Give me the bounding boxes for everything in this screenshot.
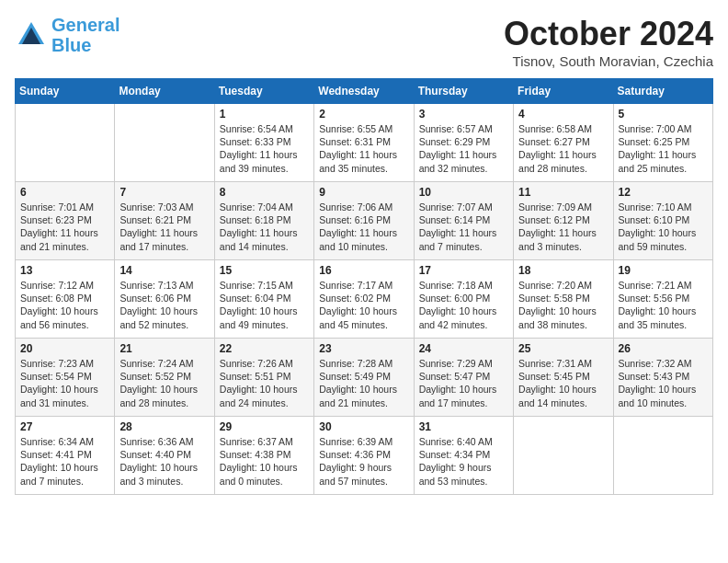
day-info: Sunrise: 6:40 AM Sunset: 4:34 PM Dayligh…	[419, 435, 508, 488]
day-info: Sunrise: 6:57 AM Sunset: 6:29 PM Dayligh…	[419, 122, 508, 175]
day-info: Sunrise: 7:06 AM Sunset: 6:16 PM Dayligh…	[319, 201, 408, 253]
calendar-cell: 26Sunrise: 7:32 AM Sunset: 5:43 PM Dayli…	[613, 339, 712, 417]
logo-icon	[15, 18, 48, 52]
calendar-cell: 15Sunrise: 7:15 AM Sunset: 6:04 PM Dayli…	[214, 260, 313, 339]
day-number: 15	[220, 264, 309, 277]
calendar-table: SundayMondayTuesdayWednesdayThursdayFrid…	[15, 78, 713, 495]
day-number: 1	[220, 108, 309, 121]
day-number: 29	[220, 420, 309, 433]
day-number: 21	[119, 342, 209, 355]
calendar-week-row: 20Sunrise: 7:23 AM Sunset: 5:54 PM Dayli…	[16, 339, 713, 417]
weekday-header: Friday	[514, 79, 613, 104]
day-number: 28	[119, 420, 209, 433]
calendar-cell: 17Sunrise: 7:18 AM Sunset: 6:00 PM Dayli…	[414, 260, 513, 339]
calendar-cell: 18Sunrise: 7:20 AM Sunset: 5:58 PM Dayli…	[514, 260, 613, 339]
day-info: Sunrise: 7:09 AM Sunset: 6:12 PM Dayligh…	[518, 201, 608, 253]
day-info: Sunrise: 6:39 AM Sunset: 4:36 PM Dayligh…	[319, 435, 408, 488]
day-number: 3	[419, 108, 508, 121]
calendar-cell: 31Sunrise: 6:40 AM Sunset: 4:34 PM Dayli…	[414, 417, 513, 495]
day-number: 27	[20, 420, 109, 433]
day-number: 11	[518, 186, 608, 199]
day-info: Sunrise: 7:32 AM Sunset: 5:43 PM Dayligh…	[619, 357, 708, 409]
calendar-cell: 16Sunrise: 7:17 AM Sunset: 6:02 PM Dayli…	[314, 260, 414, 339]
title-block: October 2024 Tisnov, South Moravian, Cze…	[504, 15, 713, 69]
day-info: Sunrise: 7:03 AM Sunset: 6:21 PM Dayligh…	[119, 201, 209, 253]
day-number: 6	[20, 186, 109, 199]
day-info: Sunrise: 7:13 AM Sunset: 6:06 PM Dayligh…	[119, 279, 209, 331]
calendar-cell: 21Sunrise: 7:24 AM Sunset: 5:52 PM Dayli…	[115, 339, 214, 417]
weekday-header: Monday	[115, 79, 214, 104]
day-info: Sunrise: 6:37 AM Sunset: 4:38 PM Dayligh…	[220, 435, 309, 488]
day-info: Sunrise: 6:34 AM Sunset: 4:41 PM Dayligh…	[20, 435, 109, 488]
calendar-cell: 13Sunrise: 7:12 AM Sunset: 6:08 PM Dayli…	[16, 260, 115, 339]
weekday-header: Saturday	[613, 79, 712, 104]
calendar-cell: 27Sunrise: 6:34 AM Sunset: 4:41 PM Dayli…	[16, 417, 115, 495]
calendar-cell	[16, 104, 115, 182]
day-number: 24	[419, 342, 508, 355]
calendar-cell: 29Sunrise: 6:37 AM Sunset: 4:38 PM Dayli…	[214, 417, 313, 495]
calendar-cell: 2Sunrise: 6:55 AM Sunset: 6:31 PM Daylig…	[314, 104, 414, 182]
day-info: Sunrise: 7:15 AM Sunset: 6:04 PM Dayligh…	[220, 279, 309, 331]
calendar-cell	[514, 417, 613, 495]
day-number: 5	[619, 108, 708, 121]
day-info: Sunrise: 7:28 AM Sunset: 5:49 PM Dayligh…	[319, 357, 408, 409]
calendar-week-row: 1Sunrise: 6:54 AM Sunset: 6:33 PM Daylig…	[16, 104, 713, 182]
weekday-header: Tuesday	[214, 79, 313, 104]
day-info: Sunrise: 7:26 AM Sunset: 5:51 PM Dayligh…	[220, 357, 309, 409]
calendar-cell: 19Sunrise: 7:21 AM Sunset: 5:56 PM Dayli…	[613, 260, 712, 339]
calendar-cell: 20Sunrise: 7:23 AM Sunset: 5:54 PM Dayli…	[16, 339, 115, 417]
day-info: Sunrise: 7:18 AM Sunset: 6:00 PM Dayligh…	[419, 279, 508, 331]
calendar-cell: 24Sunrise: 7:29 AM Sunset: 5:47 PM Dayli…	[414, 339, 513, 417]
day-info: Sunrise: 7:04 AM Sunset: 6:18 PM Dayligh…	[220, 201, 309, 253]
calendar-cell: 25Sunrise: 7:31 AM Sunset: 5:45 PM Dayli…	[514, 339, 613, 417]
calendar-cell: 14Sunrise: 7:13 AM Sunset: 6:06 PM Dayli…	[115, 260, 214, 339]
location: Tisnov, South Moravian, Czechia	[504, 53, 713, 69]
day-info: Sunrise: 7:00 AM Sunset: 6:25 PM Dayligh…	[619, 122, 708, 175]
calendar-week-row: 6Sunrise: 7:01 AM Sunset: 6:23 PM Daylig…	[16, 182, 713, 260]
day-info: Sunrise: 7:07 AM Sunset: 6:14 PM Dayligh…	[419, 201, 508, 253]
day-info: Sunrise: 7:21 AM Sunset: 5:56 PM Dayligh…	[619, 279, 708, 331]
day-info: Sunrise: 7:31 AM Sunset: 5:45 PM Dayligh…	[518, 357, 608, 409]
day-number: 22	[220, 342, 309, 355]
page-header: General Blue October 2024 Tisnov, South …	[15, 15, 713, 69]
day-number: 18	[518, 264, 608, 277]
calendar-week-row: 27Sunrise: 6:34 AM Sunset: 4:41 PM Dayli…	[16, 417, 713, 495]
day-number: 10	[419, 186, 508, 199]
day-number: 16	[319, 264, 408, 277]
calendar-cell: 8Sunrise: 7:04 AM Sunset: 6:18 PM Daylig…	[214, 182, 313, 260]
day-number: 2	[319, 108, 408, 121]
weekday-header-row: SundayMondayTuesdayWednesdayThursdayFrid…	[16, 79, 713, 104]
calendar-cell: 23Sunrise: 7:28 AM Sunset: 5:49 PM Dayli…	[314, 339, 414, 417]
calendar-cell: 7Sunrise: 7:03 AM Sunset: 6:21 PM Daylig…	[115, 182, 214, 260]
calendar-cell: 11Sunrise: 7:09 AM Sunset: 6:12 PM Dayli…	[514, 182, 613, 260]
day-number: 30	[319, 420, 408, 433]
calendar-cell: 10Sunrise: 7:07 AM Sunset: 6:14 PM Dayli…	[414, 182, 513, 260]
day-number: 31	[419, 420, 508, 433]
calendar-cell: 30Sunrise: 6:39 AM Sunset: 4:36 PM Dayli…	[314, 417, 414, 495]
day-number: 7	[119, 186, 209, 199]
day-number: 23	[319, 342, 408, 355]
day-info: Sunrise: 7:01 AM Sunset: 6:23 PM Dayligh…	[20, 201, 109, 253]
calendar-cell: 22Sunrise: 7:26 AM Sunset: 5:51 PM Dayli…	[214, 339, 313, 417]
day-number: 8	[220, 186, 309, 199]
day-info: Sunrise: 7:10 AM Sunset: 6:10 PM Dayligh…	[619, 201, 708, 253]
calendar-cell: 9Sunrise: 7:06 AM Sunset: 6:16 PM Daylig…	[314, 182, 414, 260]
weekday-header: Sunday	[16, 79, 115, 104]
calendar-cell: 1Sunrise: 6:54 AM Sunset: 6:33 PM Daylig…	[214, 104, 313, 182]
calendar-cell	[613, 417, 712, 495]
day-info: Sunrise: 7:24 AM Sunset: 5:52 PM Dayligh…	[119, 357, 209, 409]
calendar-cell: 12Sunrise: 7:10 AM Sunset: 6:10 PM Dayli…	[613, 182, 712, 260]
day-number: 14	[119, 264, 209, 277]
calendar-cell	[115, 104, 214, 182]
calendar-cell: 6Sunrise: 7:01 AM Sunset: 6:23 PM Daylig…	[16, 182, 115, 260]
day-info: Sunrise: 6:54 AM Sunset: 6:33 PM Dayligh…	[220, 122, 309, 175]
day-number: 25	[518, 342, 608, 355]
calendar-cell: 5Sunrise: 7:00 AM Sunset: 6:25 PM Daylig…	[613, 104, 712, 182]
day-info: Sunrise: 7:29 AM Sunset: 5:47 PM Dayligh…	[419, 357, 508, 409]
day-info: Sunrise: 7:12 AM Sunset: 6:08 PM Dayligh…	[20, 279, 109, 331]
day-number: 20	[20, 342, 109, 355]
day-info: Sunrise: 6:58 AM Sunset: 6:27 PM Dayligh…	[518, 122, 608, 175]
calendar-cell: 4Sunrise: 6:58 AM Sunset: 6:27 PM Daylig…	[514, 104, 613, 182]
weekday-header: Wednesday	[314, 79, 414, 104]
calendar-cell: 28Sunrise: 6:36 AM Sunset: 4:40 PM Dayli…	[115, 417, 214, 495]
